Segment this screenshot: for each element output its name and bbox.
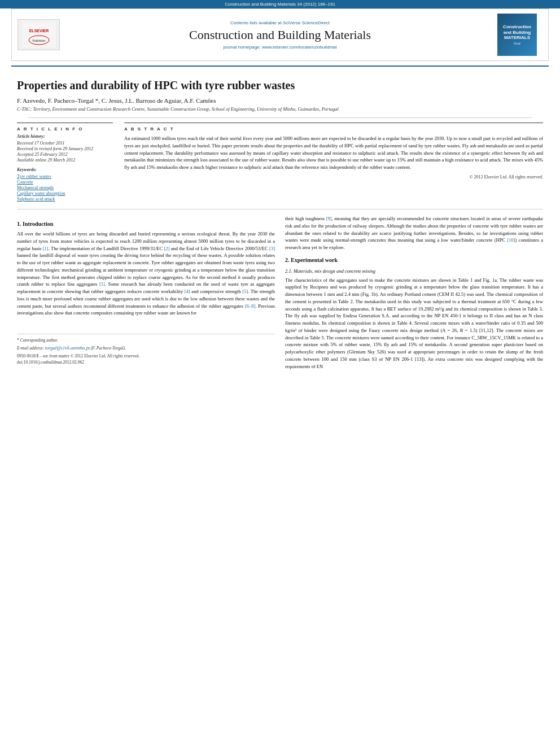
footer-doi-text: 0950-0618/$ – see front matter © 2012 El…: [17, 353, 275, 359]
accepted-date: Accepted 25 February 2012: [17, 152, 113, 157]
received-date: Received 17 October 2011: [17, 141, 113, 146]
cover-sub: Ond: [514, 42, 520, 45]
journal-cover-area: Constructionand BuildingMATERIALS Ond: [497, 14, 542, 56]
ref-1b[interactable]: [1]: [99, 281, 105, 287]
journal-title-area: Contents lists available at SciVerse Sci…: [63, 20, 497, 50]
svg-text:ELSEVIER: ELSEVIER: [29, 29, 49, 33]
article-info-title: A R T I C L E I N F O: [17, 126, 113, 132]
abstract-title: A B S T R A C T: [124, 126, 543, 132]
section1-col1-text: All over the world billions of tyres are…: [17, 230, 275, 317]
body-columns: 1. Introduction All over the world billi…: [17, 215, 543, 373]
journal-header: ELSEVIER Publisher Contents lists availa…: [11, 8, 549, 61]
paper-title: Properties and durability of HPC with ty…: [17, 78, 543, 93]
ref-2[interactable]: [2]: [164, 246, 169, 251]
available-date: Available online 29 March 2012: [17, 158, 113, 163]
copyright-line: © 2012 Elsevier Ltd. All rights reserved…: [124, 174, 543, 180]
elsevier-logo-area: ELSEVIER Publisher: [18, 19, 63, 50]
journal-homepage: journal homepage: www.elsevier.com/locat…: [63, 45, 497, 50]
info-divider: [28, 117, 532, 118]
abstract-section: A B S T R A C T An estimated 1000 millio…: [124, 123, 543, 202]
cover-title: Constructionand BuildingMATERIALS: [503, 24, 531, 41]
affiliation: C-TAC: Territory, Environment and Constr…: [17, 106, 543, 112]
ref-5[interactable]: [5]: [242, 289, 248, 294]
keyword-4[interactable]: Sulphuric acid attack: [17, 196, 113, 202]
svg-text:Publisher: Publisher: [32, 39, 45, 42]
section2-subheading: 2.1. Materials, mix design and concrete …: [285, 268, 543, 275]
elsevier-logo: ELSEVIER Publisher: [18, 19, 60, 50]
svg-rect-0: [22, 22, 56, 47]
revised-date: Received in revised form 29 January 2012: [17, 146, 113, 151]
journal-name: Construction and Building Materials: [63, 28, 497, 42]
body-col-left: 1. Introduction All over the world billi…: [17, 215, 275, 373]
abstract-text: An estimated 1000 million tyres reach th…: [124, 135, 543, 171]
ref-3[interactable]: [3]: [269, 246, 275, 251]
sciverse-line: Contents lists available at SciVerse Sci…: [63, 20, 497, 25]
journal-citation-bar: Construction and Building Materials 34 (…: [0, 0, 560, 8]
sciverse-link[interactable]: SciVerse ScienceDirect: [283, 20, 330, 25]
ref-10[interactable]: [10]: [507, 237, 515, 243]
section2-heading: 2. Experimental work: [285, 256, 543, 264]
keywords-title: Keywords:: [17, 167, 113, 172]
keyword-2[interactable]: Mechanical strength: [17, 185, 113, 190]
article-info-abstract: A R T I C L E I N F O Article history: R…: [17, 123, 543, 202]
footnote-corresponding: * Corresponding author.: [17, 337, 275, 343]
history-title: Article history:: [17, 134, 113, 139]
email-link[interactable]: torgal@civil.uminho.pt: [45, 345, 90, 351]
body-divider: [17, 209, 543, 209]
section1-heading: 1. Introduction: [17, 220, 275, 228]
section1-col2-text: their high toughness [9], meaning that t…: [285, 215, 543, 251]
ref-6-8[interactable]: [6–8]: [245, 303, 255, 309]
authors-line: F. Azevedo, F. Pacheco–Torgal *, C. Jesu…: [17, 97, 543, 104]
section2-text: The characteristics of the aggregates us…: [285, 277, 543, 370]
main-content: Properties and durability of HPC with ty…: [0, 67, 560, 379]
footnote-email: E-mail address: torgal@civil.uminho.pt (…: [17, 344, 275, 352]
body-col-right: their high toughness [9], meaning that t…: [285, 215, 543, 373]
article-info-panel: A R T I C L E I N F O Article history: R…: [17, 123, 113, 202]
ref-1[interactable]: [1]: [43, 246, 49, 251]
authors-text: F. Azevedo, F. Pacheco–Torgal *, C. Jesu…: [17, 97, 216, 104]
keyword-0[interactable]: Tyre rubber wastes: [17, 174, 113, 179]
footer-doi: doi:10.1016/j.conbuildmat.2012.02.062: [17, 359, 275, 365]
keyword-3[interactable]: Capillary water absorption: [17, 191, 113, 196]
journal-citation: Construction and Building Materials 34 (…: [225, 2, 335, 7]
ref-4[interactable]: [4]: [185, 289, 190, 294]
ref-9[interactable]: [9]: [326, 216, 332, 221]
journal-cover-image: Constructionand BuildingMATERIALS Ond: [497, 14, 537, 56]
keywords-section: Keywords: Tyre rubber wastes Concrete Me…: [17, 167, 113, 202]
keyword-1[interactable]: Concrete: [17, 180, 113, 185]
